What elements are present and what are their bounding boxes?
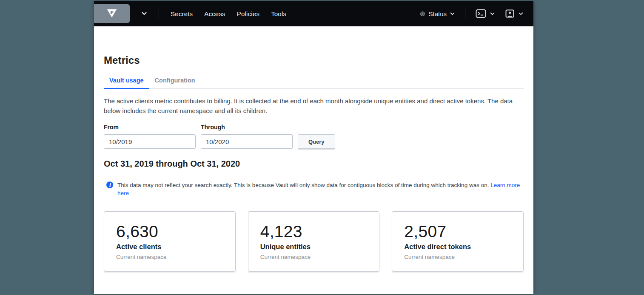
metric-card-active-direct-tokens: 2,507 Active direct tokens Current names… [392, 211, 524, 272]
metric-label: Unique entities [260, 243, 368, 251]
chevron-down-icon [142, 12, 147, 15]
status-menu[interactable]: Status [421, 10, 455, 17]
vault-logo-icon [106, 9, 118, 19]
from-input[interactable] [104, 134, 196, 149]
query-button[interactable]: Query [298, 134, 335, 149]
date-query-form: From Through Query [104, 124, 524, 149]
page-title: Metrics [104, 54, 524, 66]
navbar-right-cluster: Status [421, 8, 533, 19]
metric-card-unique-entities: 4,123 Unique entities Current namespace [248, 211, 380, 272]
nav-item-access[interactable]: Access [204, 8, 225, 20]
metric-sublabel: Current namespace [116, 254, 223, 260]
nav-item-policies[interactable]: Policies [237, 8, 259, 20]
info-alert-message: This data may not reflect your search ex… [117, 182, 489, 188]
terminal-icon [476, 9, 486, 18]
navbar-divider [465, 8, 465, 19]
through-field: Through [201, 124, 293, 149]
tab-vault-usage[interactable]: Vault usage [104, 73, 149, 89]
namespace-dropdown[interactable] [142, 12, 147, 15]
vault-logo-button[interactable] [94, 4, 130, 23]
user-menu[interactable] [505, 9, 523, 18]
top-navbar: Secrets Access Policies Tools Status [94, 1, 533, 26]
chevron-down-icon [450, 12, 455, 15]
nav-item-secrets[interactable]: Secrets [171, 8, 193, 20]
navbar-divider [159, 8, 159, 19]
through-label: Through [201, 124, 293, 130]
chevron-down-icon [490, 12, 495, 15]
date-range-heading: Oct 31, 2019 through Oct 31, 2020 [104, 159, 524, 169]
metric-value: 4,123 [260, 222, 368, 241]
through-input[interactable] [201, 134, 293, 149]
nav-links: Secrets Access Policies Tools [171, 8, 298, 20]
metric-cards: 6,630 Active clients Current namespace 4… [104, 211, 524, 272]
nav-item-tools[interactable]: Tools [271, 8, 286, 20]
info-alert: i This data may not reflect your search … [104, 181, 524, 197]
metric-card-active-clients: 6,630 Active clients Current namespace [104, 211, 236, 272]
metric-label: Active clients [116, 243, 223, 251]
metric-sublabel: Current namespace [404, 254, 511, 260]
info-alert-text: This data may not reflect your search ex… [117, 181, 521, 197]
from-label: From [104, 124, 196, 130]
metric-value: 2,507 [404, 222, 511, 241]
metrics-page: Metrics Vault usage Configuration The ac… [94, 26, 533, 294]
tab-configuration[interactable]: Configuration [149, 73, 201, 89]
console-menu[interactable] [476, 9, 495, 18]
info-icon: i [106, 182, 113, 188]
metric-value: 6,630 [116, 222, 223, 241]
description-text: The active clients metric contributes to… [104, 96, 524, 116]
from-field: From [104, 124, 196, 149]
tab-bar: Vault usage Configuration [104, 73, 524, 89]
status-menu-label: Status [428, 10, 447, 17]
status-dot-icon [421, 12, 425, 16]
metric-sublabel: Current namespace [260, 254, 368, 260]
vault-app-window: Secrets Access Policies Tools Status [94, 1, 533, 294]
user-icon [505, 9, 515, 18]
metric-label: Active direct tokens [404, 243, 511, 251]
chevron-down-icon [519, 12, 523, 15]
